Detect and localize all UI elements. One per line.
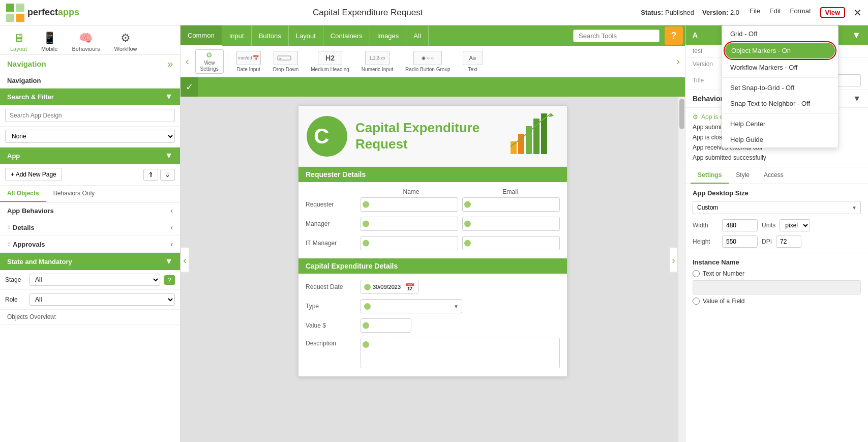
nav-icon-mobile[interactable]: 📱 Mobile: [34, 30, 65, 54]
right-panel-top-chevron[interactable]: ▼: [852, 30, 861, 41]
filter-select[interactable]: None: [5, 130, 175, 143]
approvals-drag: ⠿: [7, 242, 11, 247]
numeric-input-widget[interactable]: 1.2.3 ▭ Numeric Input: [357, 49, 397, 74]
view-settings-label: ViewSettings: [200, 60, 219, 72]
description-field[interactable]: [361, 338, 560, 368]
help-guide-item[interactable]: Help Guide: [722, 132, 838, 148]
search-app-design-input[interactable]: [5, 109, 175, 122]
requester-email-field[interactable]: [462, 197, 560, 212]
grid-off-item[interactable]: Grid - Off: [722, 26, 838, 42]
requester-label: Requester: [306, 201, 356, 208]
requester-name-field[interactable]: [361, 197, 458, 212]
nav-expand-icon[interactable]: »: [167, 58, 173, 70]
search-filter-chevron[interactable]: ▼: [165, 92, 173, 101]
form-chart: [508, 111, 559, 157]
form-header: C Capital Expenditure Request: [298, 106, 567, 167]
manager-name-field[interactable]: [361, 217, 458, 231]
menu-format[interactable]: Format: [790, 7, 811, 18]
instance-radio-field[interactable]: [693, 298, 700, 305]
value-field[interactable]: [361, 318, 411, 333]
description-label: Description: [306, 338, 356, 347]
menu-view[interactable]: View: [820, 7, 845, 18]
dropdown-widget[interactable]: ▾ Drop-Down: [269, 49, 303, 74]
form-name-header: Name: [362, 188, 461, 195]
behaviors-panel-chevron[interactable]: ▼: [853, 94, 861, 103]
stage-help-button[interactable]: ?: [164, 275, 175, 285]
nav-icon-workflow[interactable]: ⚙ Workflow: [107, 30, 144, 54]
text-label: Text: [468, 67, 477, 72]
app-behaviors-section[interactable]: App Behaviors ‹: [0, 202, 180, 219]
canvas-scroll-right[interactable]: ›: [669, 247, 678, 272]
text-widget[interactable]: A≡ Text: [459, 49, 487, 74]
help-center-item[interactable]: Help Center: [722, 116, 838, 132]
desktop-size-select[interactable]: Custom: [693, 201, 861, 214]
help-button-orange[interactable]: ?: [665, 26, 683, 45]
menu-edit[interactable]: Edit: [769, 7, 781, 18]
details-section[interactable]: ⠿ Details ‹: [0, 219, 180, 236]
toolbar-tab-input[interactable]: Input: [222, 25, 252, 46]
date-input-widget[interactable]: mm/dd 📅 Date Input: [232, 49, 265, 74]
state-mandatory-chevron[interactable]: ▼: [165, 257, 173, 266]
state-mandatory-section[interactable]: State and Mandatory ▼: [0, 253, 180, 270]
app-pages-chevron[interactable]: ▼: [165, 151, 173, 160]
height-input[interactable]: [722, 235, 758, 248]
toolbar-tab-buttons[interactable]: Buttons: [252, 25, 289, 46]
radio-button-widget[interactable]: ◉ ○ ○ Radio Button Group: [401, 49, 454, 74]
workflow-markers-item[interactable]: Workflow Markers - Off: [722, 60, 838, 75]
role-select[interactable]: All: [29, 293, 175, 306]
snap-text-item[interactable]: Snap Text to Neighbor - Off: [722, 96, 838, 111]
instance-name-title: Instance Name: [693, 258, 861, 266]
navigation-title: Navigation: [7, 60, 46, 68]
medium-heading-label: Medium Heading: [311, 67, 349, 72]
settings-tab[interactable]: Settings: [691, 167, 729, 184]
app-title: Capital Expenditure Request: [95, 8, 641, 18]
canvas-vertical-scrollbar[interactable]: [678, 97, 685, 442]
add-new-page-button[interactable]: + Add New Page: [5, 168, 62, 181]
units-select[interactable]: pixel: [780, 219, 810, 231]
approvals-chevron[interactable]: ‹: [170, 240, 173, 248]
search-tools-input[interactable]: [573, 30, 660, 42]
details-chevron[interactable]: ‹: [170, 223, 173, 231]
view-settings-widget[interactable]: ⚙ ViewSettings: [195, 49, 224, 74]
width-label: Width: [693, 222, 718, 229]
toolbar-tab-containers[interactable]: Containers: [323, 25, 370, 46]
version-label: Version: [693, 61, 723, 68]
access-tab[interactable]: Access: [757, 167, 791, 184]
style-tab[interactable]: Style: [729, 167, 757, 184]
approvals-section[interactable]: ⠿ Approvals ‹: [0, 236, 180, 253]
nav-icon-behaviours[interactable]: 🧠 Behaviours: [65, 30, 107, 54]
width-input[interactable]: [722, 219, 758, 231]
svg-rect-2: [6, 14, 14, 22]
tab-behaviors-only[interactable]: Behaviors Only: [46, 186, 102, 202]
tab-all-objects[interactable]: All Objects: [0, 186, 46, 202]
stage-select[interactable]: All: [29, 274, 160, 286]
move-down-button[interactable]: ⇓: [160, 169, 175, 181]
units-label: Units: [762, 222, 775, 229]
move-up-button[interactable]: ⇑: [143, 169, 158, 181]
object-markers-item[interactable]: Object Markers - On: [725, 43, 835, 58]
widget-bar-prev[interactable]: ‹: [184, 55, 191, 67]
form-logo: C: [307, 116, 347, 157]
toolbar-tab-common[interactable]: Common: [181, 25, 222, 46]
type-field[interactable]: ▼: [361, 299, 462, 313]
it-manager-name-field[interactable]: [361, 236, 458, 250]
instance-radio-text[interactable]: [693, 270, 700, 277]
it-manager-email-field[interactable]: [462, 236, 560, 250]
toolbar-tab-images[interactable]: Images: [370, 25, 407, 46]
nav-icon-layout[interactable]: 🖥 Layout: [3, 30, 34, 54]
canvas-scroll-left[interactable]: ‹: [181, 247, 189, 272]
manager-email-field[interactable]: [462, 217, 560, 231]
menu-file[interactable]: File: [750, 7, 760, 18]
behavior-item-submitted[interactable]: App submitted successfully: [693, 153, 861, 163]
dpi-input[interactable]: [776, 235, 801, 248]
toolbar-tab-all[interactable]: All: [406, 25, 428, 46]
app-behaviors-chevron[interactable]: ‹: [170, 207, 173, 215]
widget-bar-next[interactable]: ›: [674, 55, 682, 67]
request-date-field[interactable]: 30/09/2023 📅: [361, 280, 418, 294]
snap-to-grid-item[interactable]: Set Snap-to-Grid - Off: [722, 80, 838, 96]
toolbar-tab-layout[interactable]: Layout: [289, 25, 323, 46]
svg-rect-1: [16, 4, 24, 12]
close-button[interactable]: ✕: [853, 7, 862, 19]
medium-heading-widget[interactable]: H2 Medium Heading: [307, 49, 353, 74]
navigation-header: Navigation »: [0, 55, 180, 73]
